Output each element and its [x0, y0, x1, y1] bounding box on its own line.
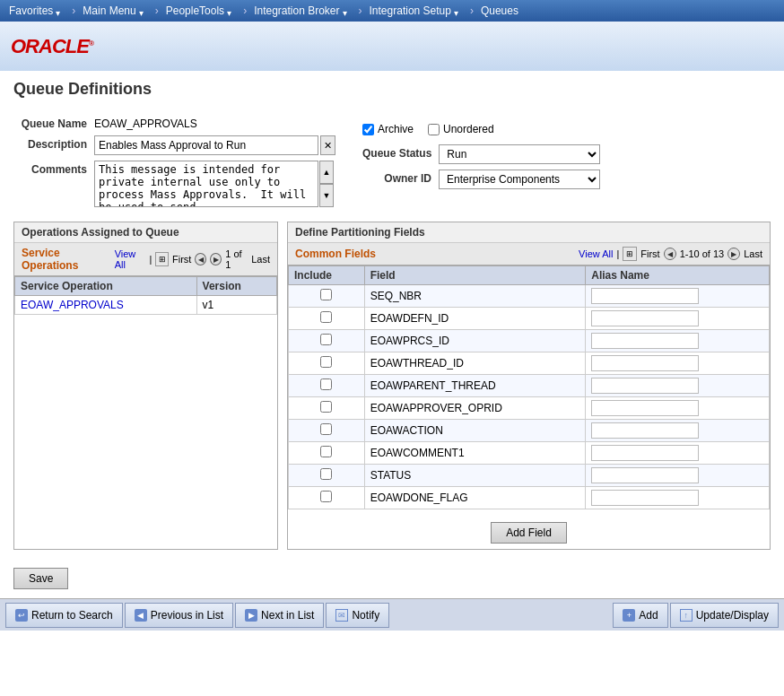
partitioning-next-btn[interactable]: ▶ [727, 248, 740, 260]
alias-input[interactable] [591, 467, 699, 483]
alias-cell [586, 465, 770, 487]
description-row: Description ✕ [13, 135, 335, 155]
alias-input[interactable] [591, 422, 699, 439]
queue-name-label: Queue Name [13, 115, 94, 130]
operations-prev-btn[interactable]: ◀ [195, 253, 206, 265]
partitioning-controls: View All | ⊞ First ◀ 1-10 of 13 ▶ Last [579, 247, 762, 261]
operations-view-all[interactable]: View All [115, 248, 146, 270]
alias-input[interactable] [591, 378, 699, 394]
partitioning-panel: Define Partitioning Fields Common Fields… [287, 222, 771, 550]
queue-name-value: EOAW_APPROVALS [94, 115, 197, 130]
archive-checkbox[interactable] [362, 124, 374, 135]
list-item: EOAWPARENT_THREAD [289, 375, 770, 397]
field-name-cell: EOAWPRCS_ID [364, 330, 586, 352]
nav-sep-1: › [72, 4, 75, 17]
update-display-button[interactable]: ↑ Update/Display [670, 603, 779, 628]
col-field: Field [364, 266, 586, 285]
include-checkbox[interactable] [320, 423, 332, 435]
nav-integration-setup[interactable]: Integration Setup [364, 0, 468, 22]
description-input[interactable] [94, 135, 318, 155]
owner-id-row: Owner ID Enterprise Components PeopleToo… [362, 170, 600, 189]
alias-input[interactable] [591, 490, 699, 506]
include-checkbox[interactable] [320, 491, 332, 502]
update-icon: ↑ [680, 609, 693, 622]
col-service-operation: Service Operation [15, 277, 197, 296]
field-name-cell: EOAWCOMMENT1 [364, 442, 586, 465]
return-icon: ↩ [15, 609, 28, 622]
notify-label: Notify [352, 609, 379, 622]
oracle-logo: ORACLE® [11, 35, 93, 58]
description-clear-button[interactable]: ✕ [320, 135, 335, 155]
next-in-list-button[interactable]: ▶ Next in List [235, 603, 324, 628]
panels-row: Operations Assigned to Queue Service Ope… [13, 222, 771, 550]
include-checkbox[interactable] [320, 468, 332, 480]
content-area: Queue Definitions Queue Name EOAW_APPROV… [0, 71, 784, 598]
previous-list-button[interactable]: ◀ Previous in List [125, 603, 233, 628]
comments-scroll-up[interactable]: ▲ [319, 161, 334, 184]
alias-input[interactable] [591, 333, 699, 349]
field-name-cell: EOAWTHREAD_ID [364, 352, 586, 375]
alias-input[interactable] [591, 445, 699, 461]
archive-checkbox-row: Archive [362, 123, 414, 135]
bottom-left-buttons: ↩ Return to Search ◀ Previous in List ▶ … [5, 603, 389, 628]
partitioning-view-all[interactable]: View All [579, 248, 613, 259]
add-button[interactable]: + Add [613, 603, 667, 628]
operations-panel-title: Operations Assigned to Queue [22, 226, 179, 239]
operations-expand-icon[interactable]: ⊞ [155, 252, 169, 266]
queue-status-select[interactable]: Run Pause Stop [439, 144, 600, 164]
unordered-checkbox[interactable] [428, 124, 440, 135]
alias-input[interactable] [591, 400, 699, 416]
alias-cell [586, 375, 770, 397]
list-item: EOAWACTION [289, 420, 770, 442]
alias-input[interactable] [591, 355, 699, 371]
partitioning-panel-header: Common Fields View All | ⊞ First ◀ 1-10 … [288, 243, 770, 265]
alias-input[interactable] [591, 310, 699, 326]
operations-panel-header: Service Operations View All | ⊞ First ◀ … [14, 243, 277, 276]
list-item: EOAWCOMMENT1 [289, 442, 770, 465]
queue-name-row: Queue Name EOAW_APPROVALS [13, 115, 335, 130]
notify-button[interactable]: ✉ Notify [326, 603, 389, 628]
partitioning-prev-btn[interactable]: ◀ [664, 248, 676, 260]
alias-cell [586, 285, 770, 308]
service-op-link[interactable]: EOAW_APPROVALS [15, 296, 197, 315]
operations-next-btn[interactable]: ▶ [210, 253, 222, 265]
peopletools-dropdown-icon [227, 6, 236, 15]
nav-main-menu[interactable]: Main Menu [77, 0, 152, 22]
nav-queues[interactable]: Queues [475, 0, 524, 22]
alias-cell [586, 420, 770, 442]
owner-id-select[interactable]: Enterprise Components PeopleTools Human … [439, 170, 600, 189]
partitioning-expand-icon[interactable]: ⊞ [623, 247, 637, 261]
return-to-search-button[interactable]: ↩ Return to Search [5, 603, 123, 628]
include-checkbox[interactable] [320, 378, 332, 390]
unordered-checkbox-row: Unordered [428, 123, 494, 135]
fields-table: Include Field Alias Name SEQ_NBR EOAWDEF… [288, 265, 770, 509]
nav-peopletools[interactable]: PeopleTools [161, 0, 241, 22]
list-item: EOAWTHREAD_ID [289, 352, 770, 375]
partitioning-range: 1-10 of 13 [680, 248, 725, 259]
operations-first: First [172, 254, 191, 265]
include-checkbox[interactable] [320, 446, 332, 457]
include-checkbox[interactable] [320, 356, 332, 368]
left-form: Queue Name EOAW_APPROVALS Description ✕ … [13, 115, 335, 213]
include-checkbox[interactable] [320, 311, 332, 323]
common-fields-title: Common Fields [295, 248, 376, 260]
field-name-cell: SEQ_NBR [364, 285, 586, 308]
add-field-button[interactable]: Add Field [491, 522, 567, 544]
save-button[interactable]: Save [13, 568, 68, 589]
add-icon: + [623, 609, 635, 622]
include-checkbox[interactable] [320, 334, 332, 345]
include-checkbox[interactable] [320, 401, 332, 413]
alias-cell [586, 397, 770, 420]
alias-input[interactable] [591, 288, 699, 304]
next-icon: ▶ [245, 609, 257, 622]
nav-favorites[interactable]: Favorites [4, 0, 70, 22]
comments-textarea[interactable]: This message is intended for private int… [94, 161, 318, 207]
queue-status-label: Queue Status [362, 144, 439, 160]
nav-integration-broker[interactable]: Integration Broker [248, 0, 356, 22]
comments-scroll-down[interactable]: ▼ [319, 184, 334, 207]
include-checkbox[interactable] [320, 289, 332, 300]
field-name-cell: EOAWDEFN_ID [364, 308, 586, 330]
operations-table: Service Operation Version EOAW_APPROVALS… [14, 276, 277, 315]
nav-sep-2: › [155, 4, 159, 17]
comments-row: Comments This message is intended for pr… [13, 161, 335, 207]
